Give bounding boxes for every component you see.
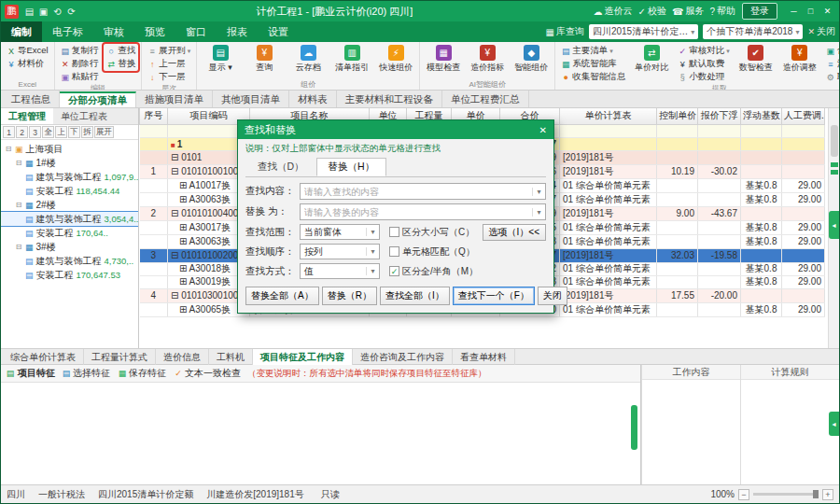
- table-cell[interactable]: 基某0.8: [741, 262, 782, 275]
- table-cell[interactable]: [657, 192, 698, 206]
- table-cell[interactable]: [782, 248, 825, 262]
- table-cell[interactable]: 3: [140, 248, 168, 262]
- table-cell[interactable]: 29.00: [782, 234, 825, 248]
- doc-tab-0[interactable]: 工程信息: [3, 91, 60, 107]
- expander-icon[interactable]: ⊟: [15, 201, 22, 209]
- main-list-button[interactable]: ▤主要清单▾: [559, 45, 627, 57]
- doc-tab-4[interactable]: 材料表: [289, 91, 337, 107]
- table-cell[interactable]: 29.00: [782, 192, 825, 206]
- cost-index-button[interactable]: ¥造价指标: [467, 44, 508, 74]
- table-cell[interactable]: 1: [140, 164, 168, 178]
- table-cell[interactable]: [657, 275, 698, 288]
- table-cell[interactable]: [741, 206, 782, 220]
- bottom-tab-1[interactable]: 工程量计算式: [84, 349, 156, 365]
- export-excel-button[interactable]: X导Excel: [5, 45, 50, 57]
- doc-tab-2[interactable]: 措施项目清单: [136, 91, 213, 107]
- dialog-button-0[interactable]: 替换全部（A）: [245, 287, 319, 305]
- table-cell[interactable]: [741, 248, 782, 262]
- table-cell[interactable]: [140, 234, 168, 248]
- dialog-tab-1[interactable]: 替换（H）: [316, 158, 387, 176]
- bottom-tab-2[interactable]: 造价信息: [156, 349, 209, 365]
- table-cell[interactable]: [741, 164, 782, 178]
- decimal-button[interactable]: §小数处理: [676, 71, 732, 83]
- dialog-select-1[interactable]: 按列▾: [300, 244, 380, 259]
- table-cell[interactable]: [140, 137, 168, 150]
- doc-tab-1[interactable]: 分部分项清单: [60, 91, 136, 107]
- table-cell[interactable]: [698, 137, 741, 150]
- table-cell[interactable]: [140, 178, 168, 192]
- table-cell[interactable]: 29.00: [782, 178, 825, 192]
- merge-quantity-button[interactable]: ▣合并算量▾: [824, 45, 839, 57]
- table-cell[interactable]: [657, 137, 698, 150]
- quick-pricing-button[interactable]: ⚡快速组价: [375, 44, 416, 74]
- tree-node[interactable]: ⊟▦2#楼: [1, 198, 138, 212]
- zoom-slider-thumb[interactable]: [813, 490, 819, 498]
- table-cell[interactable]: [782, 206, 825, 220]
- table-cell[interactable]: -20.00: [698, 288, 741, 302]
- copy-row-button[interactable]: ▤复制行: [59, 45, 101, 57]
- material-price-button[interactable]: ¥材料价: [5, 58, 50, 70]
- table-cell[interactable]: [698, 220, 741, 234]
- bottom-collapse-handle[interactable]: ◂: [829, 412, 839, 436]
- text-consistency-check-button[interactable]: ✓文本一致检查: [174, 367, 241, 380]
- table-cell[interactable]: [140, 124, 168, 137]
- dialog-tab-0[interactable]: 查找（D）: [245, 158, 316, 176]
- dialog-button-1[interactable]: 替换（R）: [322, 287, 377, 305]
- table-cell[interactable]: 4: [140, 288, 168, 302]
- table-cell[interactable]: 29.00: [782, 275, 825, 288]
- default-fee-button[interactable]: ¥默认取费: [676, 58, 732, 70]
- expander-icon[interactable]: ⊟: [15, 159, 22, 167]
- table-cell[interactable]: [657, 234, 698, 248]
- table-cell[interactable]: 基某0.8: [741, 275, 782, 288]
- table-cell[interactable]: -30.02: [698, 164, 741, 178]
- table-cell[interactable]: [657, 262, 698, 275]
- smart-check-button[interactable]: ✔数智检查: [735, 44, 777, 74]
- collect-smart-info-button[interactable]: ●收集智能信息: [559, 71, 627, 83]
- table-cell[interactable]: [698, 192, 741, 206]
- tree-unit[interactable]: ▤安装工程118,454.44: [1, 184, 138, 198]
- model-check-button[interactable]: ▦模型检查: [423, 44, 464, 74]
- bottom-tab-3[interactable]: 工料机: [209, 349, 253, 365]
- menu-tab-1[interactable]: 电子标: [42, 21, 93, 42]
- tree-level-button-5[interactable]: 下: [68, 126, 80, 138]
- doc-tab-5[interactable]: 主要材料和工程设备: [337, 91, 443, 107]
- menu-tab-5[interactable]: 报表: [217, 21, 258, 42]
- quota-select[interactable]: 四川2015清单计价定… ▾: [589, 24, 698, 39]
- tree-node[interactable]: ⊟▦3#楼: [1, 240, 138, 254]
- column-header[interactable]: 单价计算表: [560, 108, 657, 124]
- tree-level-button-0[interactable]: 1: [3, 126, 15, 138]
- bottom-tab-0[interactable]: 综合单价计算表: [3, 349, 84, 365]
- save-icon[interactable]: ▣: [36, 7, 50, 17]
- table-cell[interactable]: [140, 192, 168, 206]
- table-cell[interactable]: [698, 275, 741, 288]
- undo-icon[interactable]: ⟲: [50, 7, 64, 17]
- table-cell[interactable]: [560, 137, 657, 150]
- login-button[interactable]: 登录: [742, 3, 777, 20]
- maximize-button[interactable]: □: [803, 7, 819, 16]
- table-cell[interactable]: [698, 262, 741, 275]
- table-cell[interactable]: [140, 220, 168, 234]
- display-button[interactable]: ▤显示 ▾: [200, 44, 241, 74]
- table-cell[interactable]: [741, 150, 782, 164]
- dialog-checkbox-2[interactable]: ✓区分全/半角（M）: [389, 265, 478, 278]
- find-button[interactable]: ○查找: [105, 45, 137, 57]
- table-cell[interactable]: 01 综合单价简单元素: [560, 192, 657, 206]
- table-cell[interactable]: 基某0.8: [741, 234, 782, 248]
- replace-input[interactable]: [301, 204, 532, 219]
- dialog-select-0[interactable]: 当前窗体▾: [300, 224, 380, 240]
- bottom-tab-6[interactable]: 看查单材料: [453, 349, 515, 365]
- table-cell[interactable]: 29.00: [782, 262, 825, 275]
- close-button[interactable]: ✕: [819, 7, 835, 16]
- library-query-button[interactable]: ▦ 库查询: [545, 25, 583, 38]
- table-cell[interactable]: 基某0.8: [741, 220, 782, 234]
- scrollbar-thumb[interactable]: [831, 125, 838, 157]
- tree-level-button-7[interactable]: 展开: [94, 126, 114, 138]
- price-compare-button[interactable]: ⇄单价对比: [631, 44, 672, 74]
- menu-tab-3[interactable]: 预览: [134, 21, 175, 42]
- sidebar-tab-1[interactable]: 单位工程表: [53, 108, 115, 124]
- column-header[interactable]: 人工费调..: [782, 108, 825, 124]
- level-down-button[interactable]: ↓下一层: [146, 71, 192, 83]
- chevron-down-icon[interactable]: ▾: [532, 208, 545, 217]
- project-close-button[interactable]: ✕ 关闭: [807, 25, 835, 38]
- table-cell[interactable]: [140, 262, 168, 275]
